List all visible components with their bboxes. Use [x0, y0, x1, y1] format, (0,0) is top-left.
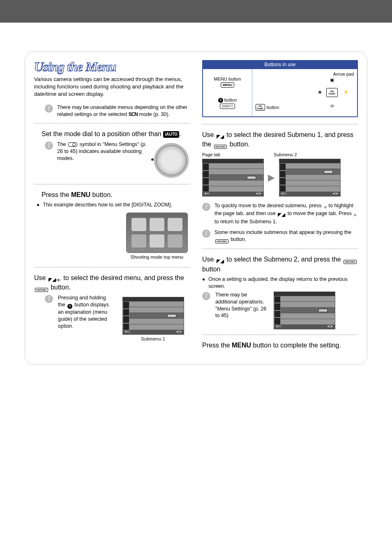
menu-button-icon: MENU	[221, 82, 235, 88]
content-frame: Using the Menu Various camera settings c…	[25, 51, 367, 365]
step4-title: Use ◤◢ to select the desired Submenu 1, …	[202, 130, 358, 149]
divider	[202, 248, 358, 249]
step5-bullet: ● Once a setting is adjusted, the displa…	[202, 276, 358, 290]
right-column: Buttons in use MENU button MENU ? button…	[202, 60, 358, 352]
divider	[34, 123, 190, 124]
submenu1-figure	[122, 297, 184, 335]
step3-caption: Submenu 1	[116, 336, 190, 341]
caution-icon: !	[202, 229, 210, 238]
arrow-right-icon: ▶	[268, 172, 275, 183]
shooting-menu-figure	[126, 213, 188, 253]
arrow-pad-figure: OKFUNC ▣ ⟳ ❀ ⚡	[316, 76, 348, 109]
camera-icon	[68, 142, 77, 147]
buttons-in-use-panel: Buttons in use MENU button MENU ? button…	[202, 60, 358, 117]
question-icon: ?	[67, 304, 72, 309]
caution-icon: !	[202, 292, 210, 300]
disp-button-icon: DISP./?	[220, 104, 235, 109]
question-button-label: ? button DISP./?	[218, 97, 237, 109]
caution-icon: !	[45, 295, 53, 303]
ok-func-icon: OKFUNC	[35, 288, 48, 292]
scn-icon: SCN	[129, 111, 138, 118]
left-column: Using the Menu Various camera settings c…	[34, 60, 190, 352]
submenu2-figure	[279, 159, 341, 197]
step5-note: There may be additional operations. "Men…	[215, 292, 269, 320]
intro-text: Various camera settings can be accessed …	[34, 76, 190, 97]
window-topbar	[0, 0, 392, 23]
step3-title: Use ◤◢◃▹ to select the desired menu, and…	[34, 273, 190, 292]
page-title: Using the Menu	[34, 60, 190, 73]
step6-title: Press the MENU button to complete the se…	[202, 341, 358, 350]
step2-bullet: ● This example describes how to set the …	[37, 201, 190, 208]
note-scn-after: mode (p. 30).	[139, 111, 170, 117]
step4-note2: ! Some menus include submenus that appea…	[202, 229, 358, 243]
ok-func-icon: OKFUNC	[344, 260, 357, 264]
nav-left-icon: ◃	[324, 204, 326, 210]
step1-title: Set the mode dial to a position other th…	[42, 130, 190, 139]
menu-button-label: MENU button MENU	[214, 76, 241, 88]
nav-up-down-left-right-icon: ◤◢◃▹	[48, 276, 61, 283]
figure-labels: Page tab Submenu 2	[202, 152, 358, 157]
step2-title: Press the MENU button.	[42, 190, 190, 199]
submenu2-label: Submenu 2	[274, 152, 297, 157]
nav-up-down-icon: ◤◢	[278, 211, 285, 218]
ok-func-icon: OKFUNC	[214, 145, 227, 149]
divider	[202, 124, 358, 125]
buttons-panel-header: Buttons in use	[203, 61, 357, 69]
step1-note-before: The	[57, 141, 67, 147]
nav-up-down-icon: ◤◢	[217, 133, 224, 140]
nav-up-down-icon: ◤◢	[217, 258, 224, 264]
question-icon: ?	[218, 98, 223, 103]
submenu1-figure	[202, 159, 264, 197]
step2-caption: Shooting mode top menu	[124, 255, 190, 259]
bullet-icon: ●	[202, 276, 205, 290]
page-tab-label: Page tab	[202, 152, 274, 157]
note-scn: ! There may be unavailable menus dependi…	[45, 104, 190, 118]
mode-dial-figure	[153, 142, 190, 179]
divider	[34, 267, 190, 268]
step4-note1: ! To quickly move to the desired submenu…	[202, 202, 358, 225]
divider	[202, 334, 358, 335]
submenu-result-figure	[274, 292, 335, 329]
caution-icon: !	[45, 141, 53, 150]
step4-figures: ▶	[202, 159, 358, 197]
bullet-icon: ●	[37, 201, 39, 208]
ok-func-label: OKFUNC button	[256, 104, 279, 111]
nav-right-icon: ▹	[354, 211, 357, 218]
step5-title: Use ◤◢ to select the Submenu 2, and pres…	[202, 255, 358, 273]
iauto-icon: iAUTO	[163, 131, 179, 138]
ok-func-icon: OKFUNC	[256, 104, 265, 111]
caution-icon: !	[45, 104, 53, 113]
divider	[34, 184, 190, 185]
caution-icon: !	[202, 203, 210, 211]
ok-func-icon: OKFUNC	[215, 239, 228, 243]
arrow-pad-label: Arrow pad	[333, 72, 354, 76]
